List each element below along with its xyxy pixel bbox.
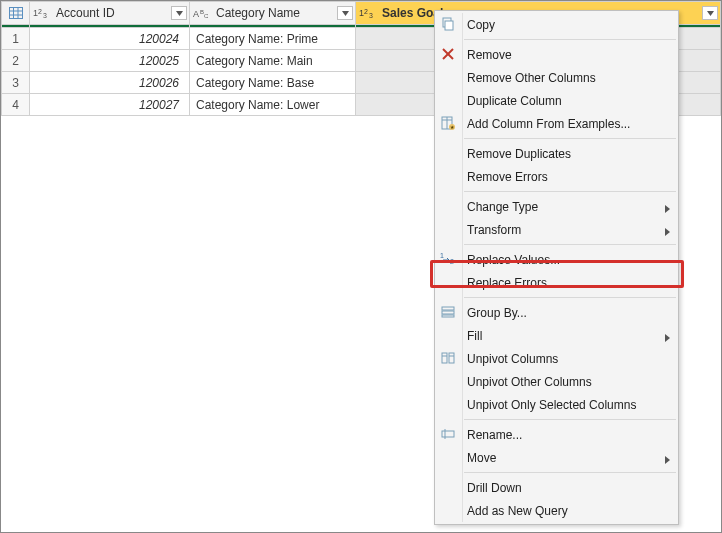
- column-header-category-name[interactable]: ABC Category Name: [190, 2, 356, 25]
- svg-rect-35: [449, 353, 454, 363]
- menu-item-drill-down[interactable]: Drill Down: [435, 476, 678, 499]
- svg-text:A: A: [193, 9, 199, 19]
- remove-icon: [439, 45, 457, 63]
- svg-text:2: 2: [364, 8, 368, 15]
- menu-item-rename[interactable]: Rename...: [435, 423, 678, 446]
- column-header-account-id[interactable]: 123 Account ID: [30, 2, 190, 25]
- svg-rect-0: [9, 8, 22, 19]
- svg-text:1: 1: [440, 252, 444, 259]
- svg-rect-38: [442, 431, 454, 437]
- svg-text:C: C: [204, 13, 209, 19]
- svg-marker-8: [176, 11, 183, 16]
- menu-item-add-column-from-examples[interactable]: ★ Add Column From Examples...: [435, 112, 678, 135]
- menu-item-duplicate-column[interactable]: Duplicate Column: [435, 89, 678, 112]
- rename-icon: [439, 425, 457, 443]
- menu-label: Add as New Query: [467, 504, 568, 518]
- menu-item-remove-other-columns[interactable]: Remove Other Columns: [435, 66, 678, 89]
- menu-item-unpivot-selected-columns[interactable]: Unpivot Only Selected Columns: [435, 393, 678, 416]
- svg-marker-16: [707, 11, 714, 16]
- menu-item-unpivot-columns[interactable]: Unpivot Columns: [435, 347, 678, 370]
- cell-category-name[interactable]: Category Name: Lower: [190, 94, 356, 116]
- svg-rect-32: [442, 315, 454, 317]
- menu-label: Group By...: [467, 306, 527, 320]
- svg-marker-26: [665, 205, 670, 213]
- svg-text:2: 2: [450, 258, 454, 265]
- svg-rect-18: [445, 21, 453, 30]
- rownum-header[interactable]: [2, 2, 30, 25]
- menu-item-replace-errors[interactable]: Replace Errors...: [435, 271, 678, 294]
- menu-separator: [464, 191, 676, 192]
- cell-account-id[interactable]: 120027: [30, 94, 190, 116]
- menu-label: Unpivot Only Selected Columns: [467, 398, 636, 412]
- type-icon-number: 123: [358, 7, 378, 19]
- copy-icon: [439, 15, 457, 33]
- column-filter-dropdown[interactable]: [702, 6, 718, 20]
- cell-account-id[interactable]: 120026: [30, 72, 190, 94]
- menu-item-group-by[interactable]: Group By...: [435, 301, 678, 324]
- menu-label: Duplicate Column: [467, 94, 562, 108]
- menu-label: Copy: [467, 18, 495, 32]
- menu-label: Move: [467, 451, 496, 465]
- menu-item-add-as-new-query[interactable]: Add as New Query: [435, 499, 678, 522]
- menu-label: Transform: [467, 223, 521, 237]
- menu-label: Remove Errors: [467, 170, 548, 184]
- svg-text:3: 3: [369, 12, 373, 19]
- menu-item-replace-values[interactable]: 12 Replace Values...: [435, 248, 678, 271]
- menu-item-remove-errors[interactable]: Remove Errors: [435, 165, 678, 188]
- column-label: Category Name: [216, 6, 333, 20]
- menu-separator: [464, 244, 676, 245]
- cell-account-id[interactable]: 120024: [30, 28, 190, 50]
- cell-account-id[interactable]: 120025: [30, 50, 190, 72]
- replace-values-icon: 12: [439, 250, 457, 268]
- column-label: Account ID: [56, 6, 167, 20]
- cell-category-name[interactable]: Category Name: Prime: [190, 28, 356, 50]
- svg-marker-40: [665, 456, 670, 464]
- group-by-icon: [439, 303, 457, 321]
- menu-label: Remove: [467, 48, 512, 62]
- menu-separator: [464, 472, 676, 473]
- menu-label: Replace Values...: [467, 253, 560, 267]
- menu-label: Fill: [467, 329, 482, 343]
- menu-separator: [464, 39, 676, 40]
- column-filter-dropdown[interactable]: [337, 6, 353, 20]
- cell-category-name[interactable]: Category Name: Base: [190, 72, 356, 94]
- column-filter-dropdown[interactable]: [171, 6, 187, 20]
- row-number: 3: [2, 72, 30, 94]
- menu-label: Rename...: [467, 428, 522, 442]
- menu-label: Add Column From Examples...: [467, 117, 630, 131]
- cell-category-name[interactable]: Category Name: Main: [190, 50, 356, 72]
- submenu-arrow-icon: [665, 453, 670, 467]
- svg-rect-30: [442, 307, 454, 310]
- svg-marker-12: [342, 11, 349, 16]
- menu-item-fill[interactable]: Fill: [435, 324, 678, 347]
- menu-label: Remove Other Columns: [467, 71, 596, 85]
- svg-marker-27: [665, 228, 670, 236]
- menu-item-remove[interactable]: Remove: [435, 43, 678, 66]
- row-number: 4: [2, 94, 30, 116]
- menu-item-transform[interactable]: Transform: [435, 218, 678, 241]
- menu-label: Drill Down: [467, 481, 522, 495]
- menu-label: Unpivot Other Columns: [467, 375, 592, 389]
- menu-item-change-type[interactable]: Change Type: [435, 195, 678, 218]
- svg-marker-33: [665, 334, 670, 342]
- svg-text:2: 2: [38, 8, 42, 15]
- type-icon-text: ABC: [192, 7, 212, 19]
- menu-item-remove-duplicates[interactable]: Remove Duplicates: [435, 142, 678, 165]
- submenu-arrow-icon: [665, 225, 670, 239]
- row-number: 1: [2, 28, 30, 50]
- menu-item-unpivot-other-columns[interactable]: Unpivot Other Columns: [435, 370, 678, 393]
- menu-item-move[interactable]: Move: [435, 446, 678, 469]
- svg-text:3: 3: [43, 12, 47, 19]
- table-icon: [8, 7, 24, 19]
- submenu-arrow-icon: [665, 331, 670, 345]
- menu-separator: [464, 419, 676, 420]
- menu-label: Replace Errors...: [467, 276, 557, 290]
- submenu-arrow-icon: [665, 202, 670, 216]
- svg-rect-34: [442, 353, 447, 363]
- svg-rect-31: [442, 311, 454, 314]
- row-number: 2: [2, 50, 30, 72]
- menu-item-copy[interactable]: Copy: [435, 13, 678, 36]
- menu-label: Change Type: [467, 200, 538, 214]
- type-icon-number: 123: [32, 7, 52, 19]
- unpivot-icon: [439, 349, 457, 367]
